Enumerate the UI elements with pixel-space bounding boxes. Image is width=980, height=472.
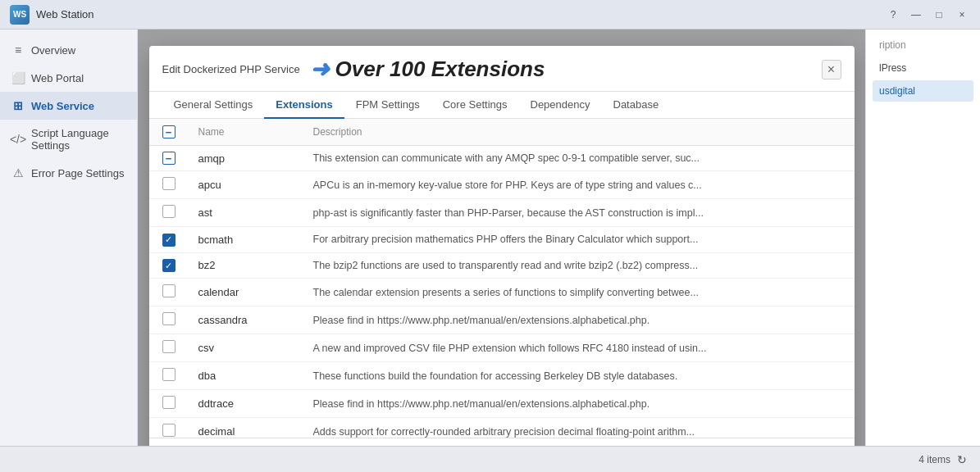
tab-dependency[interactable]: Dependency bbox=[519, 92, 602, 119]
checkbox-calendar[interactable] bbox=[162, 284, 175, 297]
sidebar-item-overview[interactable]: ≡ Overview bbox=[0, 36, 137, 64]
table-row: apcuAPCu is an in-memory key-value store… bbox=[149, 171, 855, 199]
title-bar: WS Web Station ? — □ × bbox=[0, 0, 980, 30]
extension-name: amqp bbox=[189, 146, 303, 171]
extension-name: bz2 bbox=[189, 252, 303, 279]
tab-database[interactable]: Database bbox=[602, 92, 671, 119]
error-page-icon: ⚠ bbox=[11, 166, 25, 179]
table-header-row: − Name Description bbox=[149, 119, 855, 146]
sidebar-item-label: Web Service bbox=[31, 100, 94, 112]
web-service-icon: ⊞ bbox=[11, 99, 25, 112]
modal-header: Edit Dockerized PHP Service ➜ Over 100 E… bbox=[149, 46, 855, 92]
app-title: Web Station bbox=[36, 8, 885, 20]
select-all-checkbox[interactable]: − bbox=[162, 125, 175, 138]
modal-title: Edit Dockerized PHP Service bbox=[162, 63, 300, 75]
close-app-button[interactable]: × bbox=[954, 7, 970, 23]
extensions-table-wrapper[interactable]: − Name Description −amqpThis extension c… bbox=[149, 119, 855, 438]
extension-name: dba bbox=[189, 362, 303, 390]
app-body: ≡ Overview ⬜ Web Portal ⊞ Web Service </… bbox=[0, 30, 980, 446]
checkbox-ast[interactable] bbox=[162, 205, 175, 218]
extension-name: bcmath bbox=[189, 227, 303, 253]
minimize-button[interactable]: — bbox=[908, 7, 924, 23]
refresh-icon[interactable]: ↻ bbox=[957, 453, 967, 466]
table-row: astphp-ast is significantly faster than … bbox=[149, 199, 855, 227]
sidebar-item-label: Overview bbox=[31, 44, 75, 57]
table-row: decimalAdds support for correctly-rounde… bbox=[149, 418, 855, 438]
col-description: Description bbox=[303, 119, 855, 146]
status-bar: 4 items ↻ bbox=[0, 446, 980, 472]
table-row: ddtracePlease find in https://www.php.ne… bbox=[149, 390, 855, 418]
promo-text: Over 100 Extensions bbox=[335, 57, 545, 82]
checkbox-bcmath[interactable]: ✓ bbox=[162, 234, 175, 247]
checkbox-apcu[interactable] bbox=[162, 177, 175, 190]
right-panel-header: ription bbox=[873, 36, 973, 57]
modal-close-button[interactable]: × bbox=[822, 60, 841, 79]
extension-name: apcu bbox=[189, 171, 303, 199]
row-checkbox-cell bbox=[149, 362, 189, 390]
help-button[interactable]: ? bbox=[885, 7, 901, 23]
table-row: ✓bcmathFor arbitrary precision mathemati… bbox=[149, 227, 855, 253]
extension-name: ddtrace bbox=[189, 390, 303, 418]
extension-name: decimal bbox=[189, 418, 303, 438]
row-checkbox-cell bbox=[149, 279, 189, 306]
sidebar: ≡ Overview ⬜ Web Portal ⊞ Web Service </… bbox=[0, 30, 138, 446]
checkbox-cassandra[interactable] bbox=[162, 312, 175, 325]
table-row: dbaThese functions build the foundation … bbox=[149, 362, 855, 390]
checkbox-amqp[interactable]: − bbox=[162, 152, 175, 165]
extension-name: ast bbox=[189, 199, 303, 227]
extension-description: These functions build the foundation for… bbox=[303, 362, 855, 390]
modal-overlay: Edit Dockerized PHP Service ➜ Over 100 E… bbox=[138, 30, 865, 446]
checkbox-decimal[interactable] bbox=[162, 424, 175, 437]
status-items-count: 4 items bbox=[918, 454, 950, 465]
extension-description: The calendar extension presents a series… bbox=[303, 279, 855, 306]
right-panel-item-wordpress[interactable]: lPress bbox=[873, 57, 973, 79]
col-name: Name bbox=[189, 119, 303, 146]
sidebar-item-label: Script Language Settings bbox=[31, 127, 125, 152]
app-window: WS Web Station ? — □ × ≡ Overview ⬜ Web … bbox=[0, 0, 980, 472]
checkbox-ddtrace[interactable] bbox=[162, 396, 175, 409]
extension-description: A new and improved CSV file PHP extensio… bbox=[303, 334, 855, 362]
col-checkbox: − bbox=[149, 119, 189, 146]
extension-name: cassandra bbox=[189, 306, 303, 334]
tab-extensions[interactable]: Extensions bbox=[264, 92, 344, 119]
sidebar-item-script-language[interactable]: </> Script Language Settings bbox=[0, 120, 137, 159]
checkbox-dba[interactable] bbox=[162, 368, 175, 381]
right-panel: ription lPress usdigital bbox=[865, 30, 980, 446]
row-checkbox-cell bbox=[149, 171, 189, 199]
table-row: −amqpThis extension can communicate with… bbox=[149, 146, 855, 171]
maximize-button[interactable]: □ bbox=[931, 7, 947, 23]
table-row: cassandraPlease find in https://www.php.… bbox=[149, 306, 855, 334]
logo-text: WS bbox=[13, 10, 26, 19]
sidebar-item-error-page[interactable]: ⚠ Error Page Settings bbox=[0, 159, 137, 187]
row-checkbox-cell bbox=[149, 199, 189, 227]
checkbox-bz2[interactable]: ✓ bbox=[162, 259, 175, 272]
sidebar-item-web-service[interactable]: ⊞ Web Service bbox=[0, 92, 137, 120]
extension-description: This extension can communicate with any … bbox=[303, 146, 855, 171]
table-row: csvA new and improved CSV file PHP exten… bbox=[149, 334, 855, 362]
checkbox-csv[interactable] bbox=[162, 340, 175, 353]
extension-description: APCu is an in-memory key-value store for… bbox=[303, 171, 855, 199]
right-panel-item-usdigital[interactable]: usdigital bbox=[873, 80, 973, 102]
tab-general-settings[interactable]: General Settings bbox=[162, 92, 265, 119]
modal-dialog: Edit Dockerized PHP Service ➜ Over 100 E… bbox=[149, 46, 855, 446]
table-row: ✓bz2The bzip2 functions are used to tran… bbox=[149, 252, 855, 279]
row-checkbox-cell bbox=[149, 418, 189, 438]
sidebar-item-web-portal[interactable]: ⬜ Web Portal bbox=[0, 64, 137, 92]
extension-description: Please find in https://www.php.net/manua… bbox=[303, 390, 855, 418]
table-row: calendarThe calendar extension presents … bbox=[149, 279, 855, 306]
extension-description: php-ast is significantly faster than PHP… bbox=[303, 199, 855, 227]
overview-icon: ≡ bbox=[11, 43, 25, 57]
arrow-icon: ➜ bbox=[310, 56, 329, 83]
row-checkbox-cell: ✓ bbox=[149, 227, 189, 253]
row-checkbox-cell bbox=[149, 334, 189, 362]
sidebar-item-label: Web Portal bbox=[31, 72, 84, 84]
modal-footer: 109 items Cancel Save bbox=[149, 438, 855, 446]
row-checkbox-cell: ✓ bbox=[149, 252, 189, 279]
extension-name: calendar bbox=[189, 279, 303, 306]
tab-fpm-settings[interactable]: FPM Settings bbox=[344, 92, 431, 119]
tab-core-settings[interactable]: Core Settings bbox=[431, 92, 519, 119]
extension-description: Adds support for correctly-rounded arbit… bbox=[303, 418, 855, 438]
main-content: Edit Dockerized PHP Service ➜ Over 100 E… bbox=[138, 30, 865, 446]
row-checkbox-cell bbox=[149, 306, 189, 334]
sidebar-item-label: Error Page Settings bbox=[31, 167, 124, 179]
